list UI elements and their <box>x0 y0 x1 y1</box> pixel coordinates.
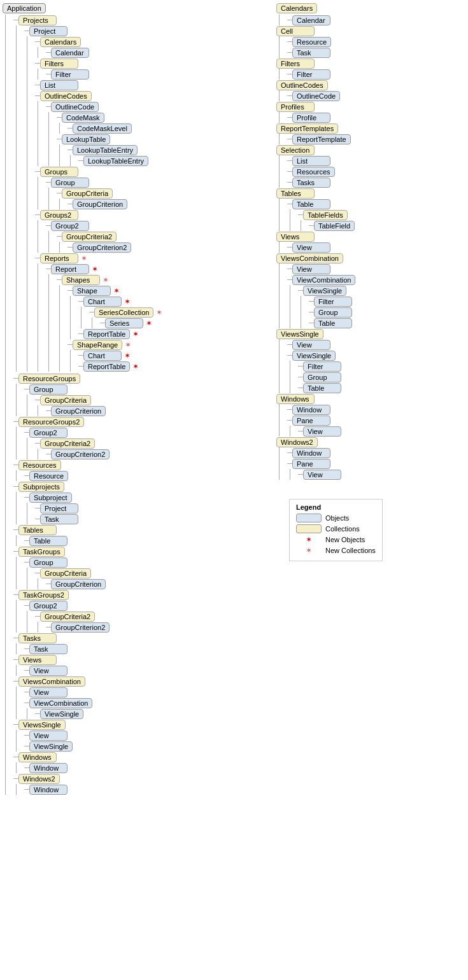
node-label: Resource <box>29 471 68 481</box>
list-item: Table <box>309 318 467 328</box>
list-item: TaskGroups2 <box>13 589 270 600</box>
node-label: ReportTemplate <box>292 134 351 144</box>
node-label: Report <box>51 264 89 274</box>
list-item: Profiles <box>276 101 467 112</box>
node-label: Filters <box>40 59 78 69</box>
node-label: OutlineCodes <box>40 91 92 101</box>
list-item: Windows2 <box>276 437 467 447</box>
new-collection-star: ✶ <box>156 308 162 317</box>
node-label: View <box>292 264 330 274</box>
node-label: Tasks <box>292 178 330 188</box>
list-item: View <box>24 665 270 676</box>
list-item: ViewsCombination <box>13 676 270 687</box>
list-item: Series ✶ <box>100 318 270 328</box>
list-item: CodeMask <box>57 112 270 123</box>
node-label: GroupCriterion2 <box>73 242 131 253</box>
list-item: Task <box>35 514 270 524</box>
node-label: Resources <box>292 167 335 177</box>
node-label: Table <box>303 383 341 393</box>
legend-new-collections-label: New Collections <box>325 547 376 554</box>
list-item: GroupCriteria <box>35 568 270 578</box>
node-label: Table <box>314 318 352 328</box>
list-item: Table <box>287 199 467 209</box>
list-item: Filters <box>276 58 467 69</box>
new-object-star: ✶ <box>132 362 139 371</box>
list-item: LookupTableEntry <box>67 144 270 155</box>
list-item: Calendar <box>46 47 270 58</box>
list-item: Resources <box>287 166 467 177</box>
list-item: List <box>35 80 270 90</box>
list-item: Reports ✶ <box>35 253 270 263</box>
list-item: ViewCombination <box>287 274 467 285</box>
legend-object-box <box>296 514 322 522</box>
node-label: Subprojects <box>18 482 64 492</box>
node-label: Group2 <box>29 601 67 611</box>
list-item: Tasks <box>287 177 467 188</box>
node-label: Projects <box>18 15 57 25</box>
node-label: Task <box>29 644 67 654</box>
node-label: OutlineCode <box>292 91 340 101</box>
node-label: View <box>303 426 341 437</box>
list-item: Calendar <box>287 15 467 25</box>
list-item: ShapeRange ✶ <box>67 339 270 350</box>
node-label: GroupCriteria2 <box>40 438 95 449</box>
list-item: View <box>287 263 467 274</box>
list-item: Group2 <box>46 220 270 231</box>
list-item: Windows <box>13 752 270 762</box>
node-label: SeriesCollection <box>94 307 153 318</box>
list-item: Window <box>24 784 270 795</box>
node-label: TableField <box>314 221 355 231</box>
list-item: Windows <box>276 393 467 404</box>
node-label: GroupCriterion2 <box>51 449 110 459</box>
list-item: CodeMaskLevel <box>67 123 270 134</box>
legend-item-new-collections: ✶ New Collections <box>296 546 376 555</box>
legend-new-objects-label: New Objects <box>325 536 365 543</box>
list-item: Task <box>24 643 270 654</box>
list-item: GroupCriterion2 <box>46 449 270 459</box>
node-label: Task <box>292 48 330 58</box>
list-item: ReportTemplates <box>276 123 467 134</box>
node-label: Calendars <box>40 37 81 47</box>
list-item: ViewSingle <box>298 285 467 296</box>
new-object-star: ✶ <box>92 265 98 274</box>
list-item: Selection <box>276 144 467 155</box>
list-item: Tables <box>276 188 467 199</box>
list-item: ReportTemplate <box>287 134 467 144</box>
node-label: ViewSingle <box>40 709 83 719</box>
node-label: Group2 <box>29 428 67 438</box>
node-label: Pane <box>292 416 330 426</box>
list-item: View <box>298 469 467 480</box>
node-label: Calendar <box>292 15 330 25</box>
node-label: ReportTable <box>83 361 130 372</box>
list-item: Table <box>24 535 270 546</box>
node-label: CodeMask <box>62 113 104 123</box>
list-item: View <box>24 730 270 741</box>
node-label: ResourceGroups2 <box>18 417 84 427</box>
list-item: GroupCriterion <box>67 199 270 209</box>
list-item: Profile <box>287 112 467 123</box>
node-label: ViewSingle <box>303 286 346 296</box>
node-label: Reports <box>40 253 78 263</box>
list-item: TaskGroups <box>13 546 270 557</box>
list-item: Groups2 <box>35 209 270 220</box>
list-item: Resource <box>24 470 270 481</box>
node-label: GroupCriteria <box>40 568 91 578</box>
list-item: View <box>287 242 467 253</box>
list-item: Views <box>276 231 467 242</box>
node-label: View <box>29 731 67 741</box>
list-item: Report ✶ <box>46 263 270 274</box>
node-label: Window <box>292 448 330 458</box>
list-item: Project <box>35 503 270 514</box>
node-label: LookupTable <box>62 134 110 144</box>
list-item: ResourceGroups <box>13 373 270 384</box>
node-label: GroupCriterion2 <box>51 622 110 633</box>
legend-item-new-objects: ✶ New Objects <box>296 535 376 544</box>
node-label: Project <box>40 503 78 514</box>
list-item: Filter <box>298 361 467 372</box>
profile-node-label: Profile <box>292 113 330 123</box>
legend-collection-box <box>296 524 322 533</box>
node-label: Windows2 <box>276 437 318 447</box>
list-item: Resources <box>13 459 270 470</box>
node-label: Cell <box>276 26 315 36</box>
list-item: SeriesCollection ✶ <box>89 307 270 318</box>
